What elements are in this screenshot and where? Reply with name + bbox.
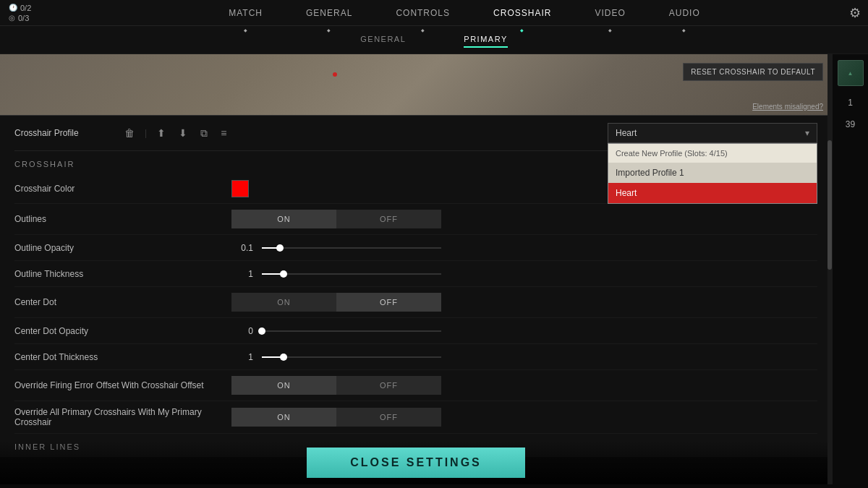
center-dot-thickness-value: 1 [231, 352, 253, 362]
center-dot-thickness-label: Center Dot Thickness [14, 352, 231, 362]
tab-controls[interactable]: CONTROLS [396, 2, 450, 24]
gear-icon[interactable]: ⚙ [842, 0, 868, 26]
setting-row-override-firing: Override Firing Error Offset With Crossh… [14, 370, 817, 401]
tab-crosshair-general[interactable]: GENERAL [360, 35, 406, 48]
override-all-toggle: On Off [231, 408, 441, 427]
outlines-off-button[interactable]: Off [336, 210, 441, 228]
reset-crosshair-button[interactable]: RESET CROSSHAIR TO DEFAULT [683, 63, 823, 81]
scroll-track[interactable] [827, 54, 832, 484]
nav-tabs: MATCH GENERAL CONTROLS CROSSHAIR VIDEO A… [87, 2, 842, 24]
clock-icon [9, 4, 17, 12]
setting-row-center-dot-opacity: Center Dot Opacity 0 [14, 318, 817, 344]
top-nav: 0/2 0/3 MATCH GENERAL CONTROLS CROSSHAIR… [0, 0, 868, 26]
slider-thumb[interactable] [276, 244, 284, 252]
tab-video[interactable]: VIDEO [595, 2, 625, 24]
outline-thickness-label: Outline Thickness [14, 269, 231, 279]
center-dot-control: On Off [231, 293, 817, 312]
stats-panel: 0/2 0/3 [0, 4, 87, 22]
center-dot-toggle: On Off [231, 293, 441, 312]
tab-audio[interactable]: AUDIO [669, 2, 700, 24]
right-panel: ▲ 1 39 [832, 54, 868, 484]
secondary-nav: GENERAL PRIMARY [0, 26, 868, 54]
outline-opacity-value: 0.1 [231, 243, 253, 253]
profile-icons: 🗑 | ⬆ ⬇ ⧉ ≡ [122, 126, 229, 141]
outlines-on-button[interactable]: On [231, 210, 336, 228]
misaligned-link[interactable]: Elements misaligned? [752, 103, 823, 111]
slider-track-cd-thickness[interactable] [262, 356, 441, 358]
override-firing-control: On Off [231, 376, 817, 395]
outlines-label: Outlines [14, 214, 231, 224]
copy-profile-button[interactable]: ⧉ [197, 126, 210, 141]
profile-dropdown[interactable]: Heart ▾ Create New Profile (Slots: 4/15)… [608, 123, 817, 143]
profile-label: Crosshair Profile [14, 128, 116, 138]
download-profile-button[interactable]: ⬇ [176, 126, 190, 140]
override-firing-label: Override Firing Error Offset With Crossh… [14, 380, 231, 390]
kills-stat: 0/2 [9, 4, 78, 12]
center-dot-thickness-control: 1 [231, 352, 817, 362]
override-firing-on-button[interactable]: On [231, 376, 336, 395]
slider-track-cd-opacity[interactable] [262, 330, 441, 332]
outlines-toggle: On Off [231, 210, 441, 228]
center-dot-opacity-value: 0 [231, 326, 253, 336]
close-settings-bar: CLOSE SETTINGS [0, 441, 832, 484]
outline-opacity-control: 0.1 [231, 243, 817, 253]
target-icon [9, 14, 15, 22]
avatar[interactable]: ▲ [838, 60, 864, 86]
outline-thickness-control: 1 [231, 269, 817, 279]
center-dot-opacity-slider[interactable]: 0 [231, 326, 441, 336]
upload-profile-button[interactable]: ⬆ [154, 126, 169, 140]
outline-thickness-slider[interactable]: 1 [231, 269, 441, 279]
outline-opacity-label: Outline Opacity [14, 243, 231, 253]
center-dot-opacity-control: 0 [231, 326, 817, 336]
setting-row-outline-opacity: Outline Opacity 0.1 [14, 235, 817, 261]
center-dot-thickness-slider[interactable]: 1 [231, 352, 441, 362]
outline-thickness-value: 1 [231, 269, 253, 279]
override-all-on-button[interactable]: On [231, 408, 336, 427]
outline-opacity-slider[interactable]: 0.1 [231, 243, 441, 253]
outlines-control: On Off [231, 210, 817, 228]
tab-crosshair-primary[interactable]: PRIMARY [464, 35, 507, 48]
preview-area: RESET CROSSHAIR TO DEFAULT Elements misa… [0, 54, 832, 116]
score-stat: 0/3 [9, 14, 78, 22]
profile-dropdown-select[interactable]: Heart ▾ [608, 123, 817, 143]
right-panel-num-2[interactable]: 39 [846, 119, 855, 129]
content-wrapper: RESET CROSSHAIR TO DEFAULT Elements misa… [0, 54, 832, 484]
center-dot-label: Center Dot [14, 297, 231, 307]
settings-area: Crosshair Profile 🗑 | ⬆ ⬇ ⧉ ≡ Heart ▾ Cr… [0, 116, 832, 457]
chevron-down-icon: ▾ [805, 128, 809, 138]
override-all-off-button[interactable]: Off [336, 408, 441, 427]
override-all-label: Override All Primary Crosshairs With My … [14, 407, 231, 427]
center-dot-off-button[interactable]: Off [336, 293, 441, 312]
tab-crosshair[interactable]: CROSSHAIR [493, 2, 551, 24]
tab-general[interactable]: GENERAL [306, 2, 352, 24]
import-profile-button[interactable]: ≡ [218, 126, 229, 140]
right-panel-num-1[interactable]: 1 [848, 98, 853, 108]
center-dot-on-button[interactable]: On [231, 293, 336, 312]
slider-thumb-cd-opacity[interactable] [258, 328, 265, 335]
dropdown-item-imported[interactable]: Imported Profile 1 [608, 163, 817, 183]
tab-match[interactable]: MATCH [229, 2, 263, 24]
profile-dropdown-menu: Create New Profile (Slots: 4/15) Importe… [608, 143, 817, 204]
profile-row: Crosshair Profile 🗑 | ⬆ ⬇ ⧉ ≡ Heart ▾ Cr… [14, 116, 817, 151]
override-firing-off-button[interactable]: Off [336, 376, 441, 395]
close-settings-button[interactable]: CLOSE SETTINGS [307, 448, 525, 478]
slider-track-thickness[interactable] [262, 273, 441, 275]
setting-row-override-all: Override All Primary Crosshairs With My … [14, 401, 817, 434]
color-label: Crosshair Color [14, 184, 231, 194]
setting-row-center-dot-thickness: Center Dot Thickness 1 [14, 344, 817, 370]
dropdown-item-heart[interactable]: Heart [608, 183, 817, 203]
scroll-thumb[interactable] [827, 140, 832, 270]
setting-row-outlines: Outlines On Off [14, 204, 817, 235]
center-dot-opacity-label: Center Dot Opacity [14, 326, 231, 336]
main-area: RESET CROSSHAIR TO DEFAULT Elements misa… [0, 54, 868, 484]
slider-track[interactable] [262, 247, 441, 249]
slider-thumb-thickness[interactable] [280, 270, 287, 278]
delete-profile-button[interactable]: 🗑 [122, 126, 137, 140]
override-firing-toggle: On Off [231, 376, 441, 395]
dropdown-item-create[interactable]: Create New Profile (Slots: 4/15) [608, 144, 817, 163]
override-all-control: On Off [231, 408, 817, 427]
setting-row-center-dot: Center Dot On Off [14, 287, 817, 318]
setting-row-outline-thickness: Outline Thickness 1 [14, 261, 817, 287]
slider-thumb-cd-thickness[interactable] [280, 354, 287, 361]
color-swatch[interactable] [231, 180, 249, 197]
